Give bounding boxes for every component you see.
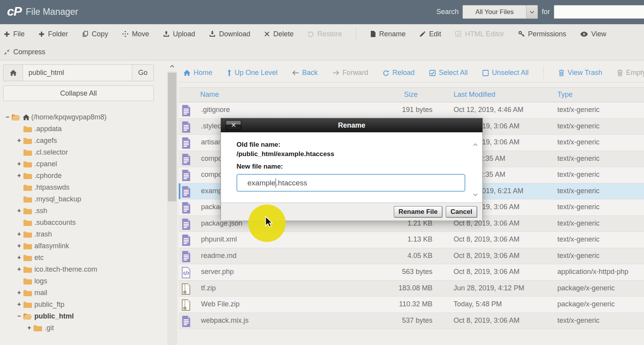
search-scope-select[interactable]: All Your Files [463,5,538,19]
restore-button: Restore [308,30,342,38]
input-text-after-caret: .htaccess [276,179,307,187]
file-type: text/x-generic [557,203,600,211]
column-header-last-modified[interactable]: Last Modified [454,91,495,99]
home-button[interactable]: Home [183,69,212,77]
folder-icon [23,196,32,203]
table-row-gitignore[interactable]: .gitignore191 bytesOct 12, 2019, 4:46 AM… [179,102,644,119]
table-row-web-file-zip[interactable]: Web File.zip110.32 MBToday, 5:48 PMpacka… [179,297,644,313]
file-type: text/x-generic [557,122,600,130]
plus-toggle-icon[interactable]: + [16,242,23,249]
tree-item-alfasymlink[interactable]: +alfasymlink [0,240,159,252]
tree-item-home-kpqwgvpap8m8[interactable]: −(/home/kpqwgvpap8m8) [0,111,159,123]
tree-item-appdata[interactable]: .appdata [0,123,159,135]
column-header-name[interactable]: Name [200,91,219,99]
compress-button[interactable]: Compress [4,48,45,56]
go-button[interactable]: Go [132,65,153,81]
table-row-phpunit-xml[interactable]: phpunit.xml1.13 KBOct 8, 2019, 3:06 AMte… [179,232,644,248]
vertical-scrollbar[interactable] [167,62,177,345]
move-button[interactable]: Move [122,30,149,38]
path-bar: Go [3,64,154,81]
tree-item-public-ftp[interactable]: +public_ftp [0,299,159,310]
plus-toggle-icon[interactable]: + [16,231,23,238]
scroll-up-icon[interactable] [167,62,177,71]
table-row-readme-md[interactable]: readme.md4.05 KBOct 8, 2019, 3:06 AMtext… [179,248,644,265]
copy-button[interactable]: Copy [82,30,108,38]
scrollbar-thumb[interactable] [168,73,176,201]
path-input[interactable] [23,65,132,81]
edit-button[interactable]: Edit [420,30,441,38]
tree-item-etc[interactable]: +etc [0,252,159,263]
tree-item-logs[interactable]: logs [0,275,159,287]
home-icon[interactable] [4,65,23,81]
plus-toggle-icon[interactable]: + [16,289,23,296]
dialog-header[interactable]: Rename [221,118,482,132]
plus-toggle-icon[interactable]: + [16,172,23,179]
rename-button[interactable]: Rename [370,30,406,38]
search-term-input[interactable] [554,5,644,19]
home-icon [23,114,30,120]
file-doc-icon [181,251,192,262]
folder-open-icon [12,114,20,121]
scroll-up-icon[interactable] [472,143,479,149]
plus-toggle-icon[interactable]: + [16,160,23,167]
view-trash-button[interactable]: View Trash [559,69,602,77]
folder-button[interactable]: Folder [39,30,68,38]
file-button[interactable]: File [4,30,25,38]
table-row-webpack-mix-js[interactable]: webpack.mix.js537 bytesOct 8, 2019, 3:06… [179,313,644,329]
view-button[interactable]: View [580,30,607,38]
permissions-button[interactable]: Permissions [518,30,566,38]
file-size: 537 bytes [358,317,432,325]
tree-item-htpasswds[interactable]: .htpasswds [0,181,159,193]
tree-item-mail[interactable]: +mail [0,287,159,299]
cancel-button[interactable]: Cancel [446,206,477,217]
plus-toggle-icon[interactable]: + [16,254,23,261]
unselect-all-button[interactable]: Unselect All [482,69,528,77]
file-type: text/x-generic [557,106,600,114]
tree-item-public-html[interactable]: −public_html [0,310,159,322]
minus-toggle-icon[interactable]: − [4,114,11,121]
delete-icon [264,31,270,37]
tree-item-mysql-backup[interactable]: .mysql_backup [0,193,159,205]
search-bar: Search All Your Files for [436,5,644,19]
reload-button[interactable]: Reload [383,69,415,77]
plus-toggle-icon[interactable]: + [26,324,33,331]
tree-item-cl-selector[interactable]: .cl.selector [0,146,159,158]
download-button[interactable]: Download [209,30,250,38]
plus-toggle-icon[interactable]: + [16,207,23,214]
toolbar: FileFolderCopyMoveUploadDownloadDeleteRe… [0,24,644,60]
toolbar-item-label: Folder [48,30,68,38]
collapse-all-button[interactable]: Collapse All [3,85,154,101]
close-icon[interactable] [226,120,241,130]
table-row-server-php[interactable]: server.php563 bytesOct 8, 2019, 3:06 AMa… [179,264,644,281]
html-editor-icon [455,31,461,37]
tree-item-trash[interactable]: +.trash [0,228,159,240]
dialog-scrollbar[interactable] [472,143,479,199]
tree-item-subaccounts[interactable]: .subaccounts [0,217,159,228]
nav-separator [543,67,544,79]
up-one-level-button[interactable]: Up One Level [227,69,278,77]
file-doc-icon [181,202,192,213]
tree-item-cphorde[interactable]: +.cphorde [0,170,159,181]
column-header-size[interactable]: Size [404,91,418,99]
tree-item-ssh[interactable]: +.ssh [0,205,159,217]
table-row-tf-zip[interactable]: tf.zip183.08 MBJun 28, 2019, 4:12 PMpack… [179,281,644,297]
tree-item-ico-itech-theme-com[interactable]: +ico.itech-theme.com [0,263,159,275]
folder-icon [23,172,32,179]
tree-item-git[interactable]: +.git [0,322,159,334]
back-button[interactable]: Back [292,69,318,77]
tree-item-cagefs[interactable]: +.cagefs [0,135,159,146]
new-file-name-input[interactable]: example.htaccess [237,174,465,192]
minus-toggle-icon[interactable]: − [16,313,23,320]
plus-toggle-icon[interactable]: + [16,137,23,144]
chevron-down-icon[interactable] [526,5,537,18]
scroll-down-icon[interactable] [472,193,479,199]
plus-toggle-icon[interactable]: + [16,301,23,308]
rename-file-button[interactable]: Rename File [394,206,442,217]
delete-button[interactable]: Delete [264,30,294,38]
column-header-type[interactable]: Type [557,91,573,99]
plus-toggle-icon[interactable]: + [16,266,23,273]
forward-icon [333,70,339,75]
upload-button[interactable]: Upload [163,30,195,38]
select-all-button[interactable]: Select All [429,69,468,77]
tree-item-cpanel[interactable]: +.cpanel [0,158,159,170]
